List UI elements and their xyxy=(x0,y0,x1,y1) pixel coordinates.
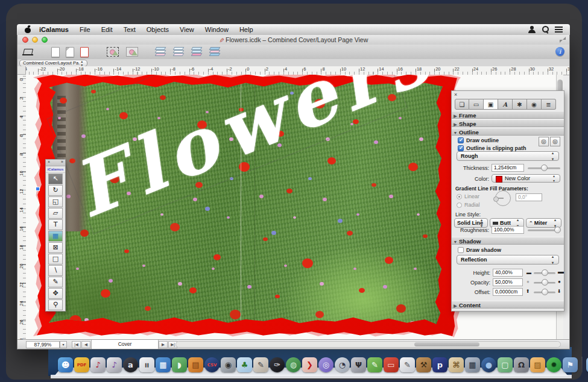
tool-scale[interactable]: ◱ xyxy=(48,196,63,207)
zoom-dropdown-button[interactable]: ▾ xyxy=(60,341,67,348)
height-slider[interactable] xyxy=(534,272,555,274)
artist-dock-icon[interactable]: ✎ xyxy=(253,357,268,372)
orange-folder-dock-icon[interactable]: ▨ xyxy=(530,357,545,372)
menu-item-window[interactable]: Window xyxy=(200,24,234,35)
theater-screen-dock-icon[interactable]: ▦ xyxy=(465,357,480,372)
notification-list-icon[interactable] xyxy=(552,24,565,35)
ink-circle-dock-icon[interactable]: ✑ xyxy=(270,357,285,372)
selection-handle-left[interactable] xyxy=(36,187,40,191)
toolbox-dock-icon[interactable]: ⚒ xyxy=(416,357,431,372)
tool-select[interactable]: ↖ xyxy=(48,174,63,184)
user-icon[interactable] xyxy=(525,24,539,35)
tab-color[interactable]: ✱ xyxy=(513,99,527,110)
section-frame[interactable]: ▶Frame xyxy=(452,111,564,119)
notepad-dock-icon[interactable]: ✎ xyxy=(400,357,415,372)
thickness-slider[interactable] xyxy=(528,168,560,169)
microphone-dock-icon[interactable]: Ψ xyxy=(351,357,366,372)
bring-forward-icon[interactable] xyxy=(174,47,185,57)
zoom-level-field[interactable]: 87,99% xyxy=(26,341,60,348)
tool-image[interactable]: ▦ xyxy=(48,231,63,242)
target-button-2[interactable]: ◎ xyxy=(550,137,560,146)
menu-item-app[interactable]: iCalamus xyxy=(34,24,74,35)
section-outline[interactable]: ▼Outline xyxy=(452,128,564,136)
red-feather-dock-icon[interactable]: ❯ xyxy=(302,357,317,372)
globe-green-dock-icon[interactable]: ◍ xyxy=(286,357,301,372)
tool-empty-frame[interactable]: ⊠ xyxy=(48,242,63,253)
info-button[interactable]: i xyxy=(555,47,564,56)
linear-radio[interactable]: Linear xyxy=(457,193,479,199)
cart-icon[interactable] xyxy=(22,48,34,56)
opacity-slider[interactable] xyxy=(534,282,555,284)
bring-to-front-icon[interactable] xyxy=(156,47,167,57)
green-display-dock-icon[interactable]: ▢ xyxy=(498,357,513,372)
menu-item-help[interactable]: Help xyxy=(234,24,259,35)
send-to-back-icon[interactable] xyxy=(210,47,221,57)
inspector-close-icon[interactable]: × xyxy=(454,92,457,98)
csv-ball-dock-icon[interactable]: CSV xyxy=(204,357,220,372)
red-ledger-dock-icon[interactable]: ▭ xyxy=(384,357,399,372)
color-dropdown[interactable]: New Color xyxy=(492,174,560,183)
first-page-button[interactable]: |◀ xyxy=(72,341,81,348)
palette-close-icon[interactable]: × xyxy=(48,160,50,164)
palette-header[interactable]: ×» xyxy=(46,160,65,166)
purple-globe-dock-icon[interactable]: ◎ xyxy=(318,357,334,372)
next-page-button[interactable]: ▶ xyxy=(159,341,168,348)
menu-item-view[interactable]: View xyxy=(174,24,200,35)
figurine-red-dock-icon[interactable]: ♪ xyxy=(90,357,106,372)
send-backward-icon[interactable] xyxy=(192,47,203,57)
menu-item-file[interactable]: File xyxy=(74,24,96,35)
tool-zoom[interactable]: ⚲ xyxy=(48,299,63,310)
tab-document[interactable]: ❏ xyxy=(455,99,469,110)
bug-green-dock-icon[interactable]: ✹ xyxy=(546,357,561,372)
new-document-icon[interactable] xyxy=(51,47,60,57)
tab-image[interactable]: ◉ xyxy=(527,99,542,110)
duplicate-page-icon[interactable] xyxy=(66,47,74,57)
finder-dock-icon[interactable]: ☻ xyxy=(58,357,73,372)
search-icon[interactable] xyxy=(539,24,552,35)
fullscreen-icon[interactable] xyxy=(560,37,566,43)
section-shape[interactable]: ▶Shape xyxy=(452,119,564,127)
tool-text[interactable]: T xyxy=(48,219,63,230)
gradient-angle-dial[interactable] xyxy=(495,190,511,206)
tool-rectangle[interactable]: □ xyxy=(48,254,63,265)
apple-menu-icon[interactable] xyxy=(24,26,31,33)
image-frame-icon[interactable] xyxy=(107,47,119,57)
window-title-bar[interactable]: ✎Flowers.icdk – Combined Cover/Layout Pa… xyxy=(17,35,569,45)
tab-frame[interactable]: ▭ xyxy=(469,99,484,110)
menu-item-objects[interactable]: Objects xyxy=(141,24,174,35)
notes-green-dock-icon[interactable]: ✎ xyxy=(367,357,382,372)
section-content[interactable]: ▶Content xyxy=(452,301,564,308)
draw-outline-checkbox[interactable]: Draw outline xyxy=(458,137,499,143)
horizontal-scroll-thumb[interactable] xyxy=(414,342,479,346)
horizontal-scrollbar[interactable] xyxy=(175,341,561,348)
delete-page-icon[interactable] xyxy=(80,47,89,57)
palette-collapse-icon[interactable]: » xyxy=(61,160,63,164)
tool-rotate[interactable]: ↻ xyxy=(48,185,63,196)
tool-hand[interactable]: ✥ xyxy=(48,288,63,299)
thickness-field[interactable]: 1,2549cm xyxy=(492,164,524,172)
roughness-slider[interactable] xyxy=(528,230,560,231)
flag-dock-icon[interactable]: ⚑ xyxy=(563,357,578,372)
menu-item-text[interactable]: Text xyxy=(118,24,141,35)
section-shadow[interactable]: ▼Shadow xyxy=(452,237,564,245)
publisher-p-dock-icon[interactable]: p xyxy=(432,357,447,372)
menu-item-edit[interactable]: Edit xyxy=(96,24,118,35)
gradient-angle-field[interactable]: 0,0° xyxy=(516,193,542,201)
opacity-field[interactable]: 50,00% xyxy=(493,278,523,286)
dash-dropdown[interactable]: Solid Line xyxy=(454,218,488,228)
previous-page-button[interactable]: ◀ xyxy=(81,341,90,348)
tape-dispenser-dock-icon[interactable]: ◗ xyxy=(172,357,187,372)
travel-book-dock-icon[interactable]: ⌘ xyxy=(449,357,464,372)
place-image-icon[interactable] xyxy=(126,47,138,57)
outline-style-dropdown[interactable]: Rough xyxy=(457,151,559,161)
books-dock-icon[interactable]: ▤ xyxy=(188,357,203,372)
tab-export[interactable]: ≣ xyxy=(542,99,556,110)
page-tab-cover[interactable]: Cover xyxy=(91,340,159,349)
barcode-dock-icon[interactable]: ‖‖ xyxy=(139,357,154,372)
stopwatch-dock-icon[interactable]: ◔ xyxy=(335,357,350,372)
height-field[interactable]: 40,00% xyxy=(493,269,523,277)
a-circle-dock-icon[interactable]: a xyxy=(123,357,138,372)
qr-code-dock-icon[interactable]: ▦ xyxy=(156,357,171,372)
roughness-field[interactable]: 100,00% xyxy=(492,226,524,234)
tool-line[interactable]: ∖ xyxy=(48,265,63,276)
